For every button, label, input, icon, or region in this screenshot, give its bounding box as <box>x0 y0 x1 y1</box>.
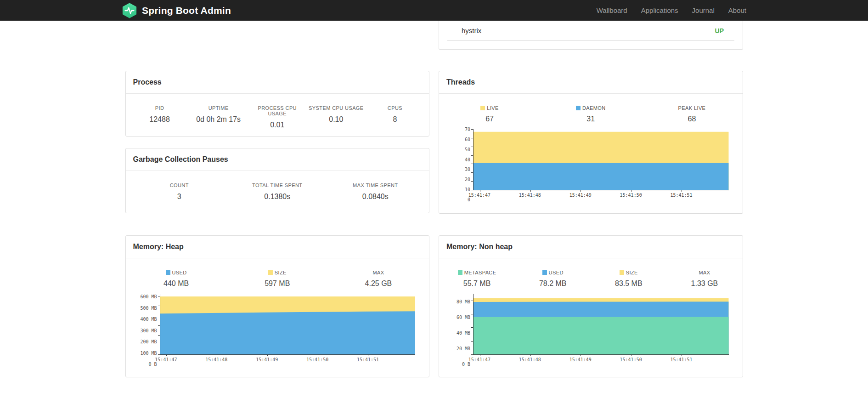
stat-gc-max-time: MAX TIME SPENT 0.0840s <box>327 182 425 201</box>
spring-boot-admin-logo-icon <box>122 3 137 18</box>
top-navbar: Spring Boot Admin Wallboard Applications… <box>0 0 868 21</box>
chart-plot-area <box>473 294 729 355</box>
status-badge: UP <box>715 27 724 34</box>
x-axis-labels: 15:41:4715:41:4815:41:4915:41:5015:41:51 <box>160 355 416 364</box>
legend-swatch-size <box>620 270 624 275</box>
stat-cpus: CPUS 8 <box>366 105 424 129</box>
chart-plot-area <box>473 129 729 190</box>
y-axis-labels: 0 B100 MB200 MB300 MB400 MB500 MB600 MB <box>126 294 160 364</box>
brand-link[interactable]: Spring Boot Admin <box>122 3 231 18</box>
memory-heap-legend: USED 440 MB SIZE 597 MB MAX <box>126 270 429 294</box>
nav-item-applications[interactable]: Applications <box>641 6 678 14</box>
stat-pid: PID 12488 <box>130 105 189 129</box>
legend-swatch-used <box>542 270 547 275</box>
threads-chart: 010203040506070 15:41:4715:41:4815:41:49… <box>439 129 743 199</box>
stat-system-cpu: SYSTEM CPU USAGE 0.10 <box>307 105 366 129</box>
nav-links: Wallboard Applications Journal About <box>597 6 746 14</box>
stat-uptime: UPTIME 0d 0h 2m 17s <box>189 105 248 129</box>
process-stats: PID 12488 UPTIME 0d 0h 2m 17s PROCESS CP… <box>126 94 429 142</box>
legend-swatch-live <box>480 106 485 110</box>
memory-nonheap-panel: Memory: Non heap METASPACE 55.7 MB USED <box>439 235 743 377</box>
legend-swatch-daemon <box>576 106 581 110</box>
legend-item-size: SIZE 83.5 MB <box>591 270 666 294</box>
legend-item-max: MAX 4.25 GB <box>328 270 429 294</box>
y-axis-labels: 0 B20 MB40 MB60 MB80 MB <box>439 294 473 364</box>
legend-item-live: LIVE 67 <box>439 105 540 129</box>
legend-item-daemon: DAEMON 31 <box>540 105 641 129</box>
gc-panel-title: Garbage Collection Pauses <box>126 148 429 171</box>
threads-panel: Threads LIVE 67 DAEMON 3 <box>439 71 743 214</box>
nav-item-wallboard[interactable]: Wallboard <box>597 6 627 14</box>
memory-heap-title: Memory: Heap <box>126 236 429 258</box>
memory-heap-chart: 0 B100 MB200 MB300 MB400 MB500 MB600 MB … <box>126 294 429 364</box>
stat-gc-count: COUNT 3 <box>130 182 229 201</box>
legend-swatch-used <box>166 270 170 275</box>
gc-panel: Garbage Collection Pauses COUNT 3 TOTAL … <box>125 148 430 213</box>
nav-item-journal[interactable]: Journal <box>692 6 715 14</box>
threads-panel-title: Threads <box>439 71 743 94</box>
application-row-hystrix[interactable]: hystrix UP <box>447 21 734 41</box>
x-axis-labels: 15:41:4715:41:4815:41:4915:41:5015:41:51 <box>473 355 729 364</box>
legend-item-used: USED 440 MB <box>126 270 227 294</box>
y-axis-labels: 010203040506070 <box>439 129 473 199</box>
process-panel-title: Process <box>126 71 429 94</box>
memory-nonheap-chart: 0 B20 MB40 MB60 MB80 MB 15:41:4715:41:48… <box>439 294 743 364</box>
nav-item-about[interactable]: About <box>728 6 746 14</box>
process-panel: Process PID 12488 UPTIME 0d 0h 2m 17s PR… <box>125 71 430 137</box>
chart-plot-area <box>160 294 416 355</box>
gc-stats: COUNT 3 TOTAL TIME SPENT 0.1380s MAX TIM… <box>126 171 429 214</box>
memory-nonheap-title: Memory: Non heap <box>439 236 743 258</box>
memory-heap-panel: Memory: Heap USED 440 MB SIZE <box>125 235 430 377</box>
stat-gc-total-time: TOTAL TIME SPENT 0.1380s <box>228 182 327 201</box>
legend-item-size: SIZE 597 MB <box>227 270 328 294</box>
stat-process-cpu: PROCESS CPU USAGE 0.01 <box>248 105 307 129</box>
legend-swatch-metaspace <box>458 270 462 275</box>
memory-nonheap-legend: METASPACE 55.7 MB USED 78.2 MB <box>439 270 743 294</box>
application-name: hystrix <box>462 27 481 34</box>
legend-item-peak-live: PEAK LIVE 68 <box>641 105 742 129</box>
legend-swatch-size <box>268 270 273 275</box>
threads-legend: LIVE 67 DAEMON 31 PEAK LIVE <box>439 105 743 129</box>
legend-item-max: MAX 1.33 GB <box>666 270 742 294</box>
legend-item-used: USED 78.2 MB <box>515 270 591 294</box>
legend-item-metaspace: METASPACE 55.7 MB <box>439 270 515 294</box>
brand-title: Spring Boot Admin <box>142 5 231 16</box>
x-axis-labels: 15:41:4715:41:4815:41:4915:41:5015:41:51 <box>473 190 729 199</box>
applications-panel: hystrix UP <box>439 21 743 50</box>
